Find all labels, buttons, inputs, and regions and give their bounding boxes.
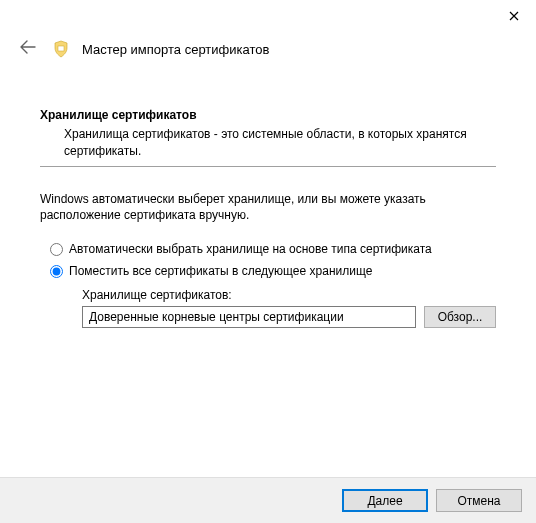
radio-auto-label: Автоматически выбрать хранилище на основ… [69,242,432,256]
back-button[interactable] [16,38,40,60]
section-title: Хранилище сертификатов [40,108,496,122]
browse-button[interactable]: Обзор... [424,306,496,328]
radio-manual-input[interactable] [50,265,63,278]
certificate-store-block: Хранилище сертификатов: Обзор... [40,288,496,328]
store-input[interactable] [82,306,416,328]
wizard-title: Мастер импорта сертификатов [82,42,269,57]
content-area: Хранилище сертификатов Хранилища сертифи… [0,72,536,328]
radio-group: Автоматически выбрать хранилище на основ… [40,242,496,278]
radio-auto-input[interactable] [50,243,63,256]
store-label: Хранилище сертификатов: [82,288,496,302]
certificate-shield-icon [52,40,70,58]
cancel-button[interactable]: Отмена [436,489,522,512]
wizard-header: Мастер импорта сертификатов [0,0,536,72]
radio-auto-select[interactable]: Автоматически выбрать хранилище на основ… [50,242,496,256]
svg-rect-0 [58,46,64,51]
close-icon [509,8,519,24]
next-button[interactable]: Далее [342,489,428,512]
radio-manual-select[interactable]: Поместить все сертификаты в следующее хр… [50,264,496,278]
store-row: Обзор... [82,306,496,328]
radio-manual-label: Поместить все сертификаты в следующее хр… [69,264,372,278]
divider [40,166,496,167]
section-description: Хранилища сертификатов - это системные о… [40,126,496,160]
info-text: Windows автоматически выберет хранилище,… [40,191,496,225]
footer: Далее Отмена [0,477,536,523]
close-button[interactable] [500,4,528,28]
